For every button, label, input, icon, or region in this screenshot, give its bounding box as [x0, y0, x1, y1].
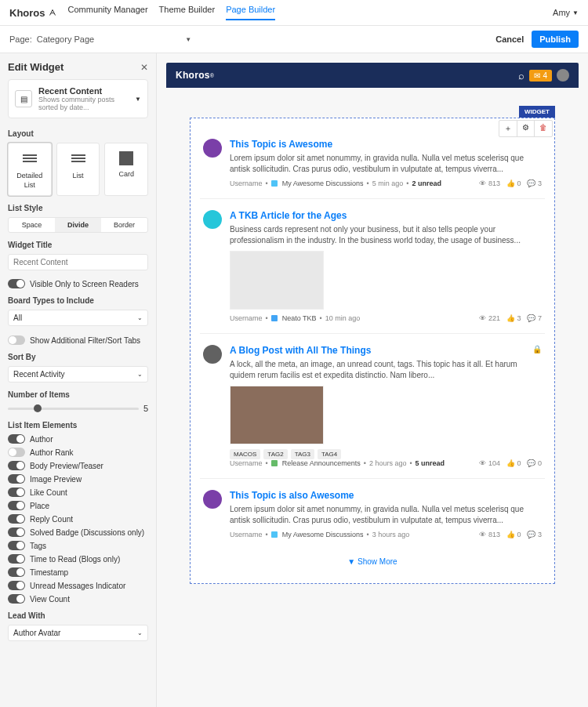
toggle-time-to-read-blogs-only-[interactable]	[8, 554, 25, 564]
close-icon[interactable]: ✕	[140, 62, 148, 73]
element-label: Time to Read (Blogs only)	[30, 555, 120, 564]
toggle-reply-count[interactable]	[8, 514, 25, 524]
element-label: Tags	[30, 542, 46, 550]
widget-title-input[interactable]	[8, 254, 148, 270]
toggle-author-rank[interactable]	[8, 448, 25, 457]
show-more-button[interactable]: ▼ Show More	[200, 549, 545, 574]
layout-list[interactable]: List	[56, 143, 100, 196]
post-title[interactable]: This Topic is Awesome	[230, 139, 332, 150]
toggle-solved-badge-discussions-only-[interactable]	[8, 528, 25, 537]
preview-canvas: Khoros ® ⌕ ✉ 4 WIDGET ＋ ⚙ 🗑 This Topic i…	[157, 53, 588, 707]
sub-bar: Page: Category Page ▼ Cancel Publish	[0, 26, 588, 53]
toggle-like-count[interactable]	[8, 488, 25, 497]
element-label: Solved Badge (Discussions only)	[30, 528, 144, 537]
board-types-select[interactable]: All⌄	[8, 310, 148, 326]
layout-detailed-list[interactable]: Detailed List	[8, 143, 52, 196]
widget-toolbar: ＋ ⚙ 🗑	[499, 120, 553, 137]
add-button[interactable]: ＋	[499, 121, 517, 136]
avatar[interactable]	[557, 69, 569, 82]
preview-header: Khoros ® ⌕ ✉ 4	[166, 63, 579, 88]
element-label: Body Preview/Teaser	[30, 462, 103, 470]
toggle-image-preview[interactable]	[8, 474, 25, 484]
sort-by-label: Sort By	[8, 353, 148, 361]
avatar[interactable]	[203, 139, 222, 158]
board-types-label: Board Types to Include	[8, 296, 148, 305]
toggle-body-preview-teaser[interactable]	[8, 461, 25, 470]
nav-theme-builder[interactable]: Theme Builder	[159, 5, 216, 20]
element-label: View Count	[30, 595, 70, 604]
widget-summary[interactable]: ▤ Recent Content Shows community posts s…	[8, 79, 148, 118]
element-label: Unread Messages Indicator	[30, 582, 125, 590]
post-meta: Username • My Awesome Discussions • 5 mi…	[230, 179, 441, 187]
edit-panel: Edit Widget ✕ ▤ Recent Content Shows com…	[0, 53, 157, 707]
tag[interactable]: TAG2	[263, 449, 287, 459]
toggle-visible-sr[interactable]	[8, 279, 25, 288]
post-text: A lock, all the meta, an image, an unrea…	[230, 359, 542, 381]
toggle-timestamp[interactable]	[8, 567, 25, 577]
gear-icon[interactable]: ⚙	[517, 121, 535, 136]
cancel-button[interactable]: Cancel	[495, 34, 524, 44]
element-label: Timestamp	[30, 568, 68, 577]
nav-page-builder[interactable]: Page Builder	[226, 5, 275, 20]
top-bar: Khoros Community Manager Theme Builder P…	[0, 0, 588, 26]
post-item: This Topic is also Awesome Lorem ipsum d…	[200, 479, 545, 549]
user-menu[interactable]: Amy▼	[553, 8, 579, 17]
avatar[interactable]	[203, 210, 222, 229]
toggle-author[interactable]	[8, 434, 25, 444]
messages-badge[interactable]: ✉ 4	[529, 70, 552, 82]
lead-with-select[interactable]: Author Avatar⌄	[8, 625, 148, 641]
number-value: 5	[143, 404, 148, 413]
element-label: Reply Count	[30, 515, 73, 524]
style-space[interactable]: Space	[9, 218, 55, 232]
show-filter-label: Show Additional Filter/Sort Tabs	[30, 336, 140, 345]
panel-title: Edit Widget	[8, 61, 64, 73]
avatar[interactable]	[203, 490, 222, 509]
toggle-view-count[interactable]	[8, 594, 25, 604]
widget-indicator: WIDGET	[519, 106, 555, 118]
chevron-down-icon: ▼	[185, 36, 191, 43]
post-text: Business cards represent not only your b…	[230, 224, 542, 246]
chevron-down-icon: ▼	[572, 9, 579, 16]
layout-card[interactable]: Card	[104, 143, 148, 196]
publish-button[interactable]: Publish	[532, 31, 579, 48]
post-image	[230, 251, 324, 310]
element-label: Author	[30, 435, 53, 444]
widget-icon: ▤	[15, 90, 32, 107]
widget-desc: Shows community posts sorted by date...	[38, 96, 129, 111]
post-title[interactable]: This Topic is also Awesome	[230, 490, 354, 501]
brand-logo: Khoros	[9, 7, 57, 19]
post-text: Lorem ipsum dolor sit amet nonummy, in g…	[230, 153, 542, 175]
post-meta: Username • My Awesome Discussions • 3 ho…	[230, 531, 409, 538]
visible-sr-label: Visible Only to Screen Readers	[30, 280, 139, 288]
search-icon[interactable]: ⌕	[518, 70, 524, 82]
widget-name: Recent Content	[38, 86, 129, 96]
top-nav: Community Manager Theme Builder Page Bui…	[68, 5, 276, 20]
element-label: Author Rank	[30, 448, 74, 457]
post-title[interactable]: A TKB Article for the Ages	[230, 210, 347, 221]
number-slider[interactable]	[8, 408, 139, 410]
tag[interactable]: MACOS	[230, 449, 260, 459]
post-meta: Username • Release Announcements • 2 hou…	[230, 459, 445, 467]
toggle-tags[interactable]	[8, 541, 25, 550]
tag[interactable]: TAG4	[318, 449, 341, 459]
number-label: Number of Items	[8, 390, 148, 399]
post-stats: 👁 104👍 0💬 0	[479, 459, 542, 467]
element-label: Place	[30, 502, 49, 510]
post-title[interactable]: A Blog Post with All The Things	[230, 345, 371, 356]
style-border[interactable]: Border	[101, 218, 147, 232]
page-selector[interactable]: Page: Category Page ▼	[9, 34, 191, 44]
preview-logo: Khoros	[176, 70, 210, 81]
style-divide[interactable]: Divide	[55, 218, 101, 232]
nav-community-manager[interactable]: Community Manager	[68, 5, 148, 20]
post-text: Lorem ipsum dolor sit amet nonummy, in g…	[230, 504, 542, 526]
toggle-show-filter[interactable]	[8, 335, 25, 345]
sort-by-select[interactable]: Recent Activity⌄	[8, 366, 148, 383]
toggle-place[interactable]	[8, 501, 25, 510]
post-meta: Username • Neato TKB • 10 min ago	[230, 314, 360, 322]
avatar[interactable]	[203, 345, 222, 364]
delete-button[interactable]: 🗑	[535, 121, 552, 136]
tag[interactable]: TAG3	[291, 449, 314, 459]
toggle-unread-messages-indicator[interactable]	[8, 581, 25, 590]
widget-preview: WIDGET ＋ ⚙ 🗑 This Topic is Awesome Lorem…	[190, 118, 555, 584]
elements-label: List Item Elements	[8, 421, 148, 430]
